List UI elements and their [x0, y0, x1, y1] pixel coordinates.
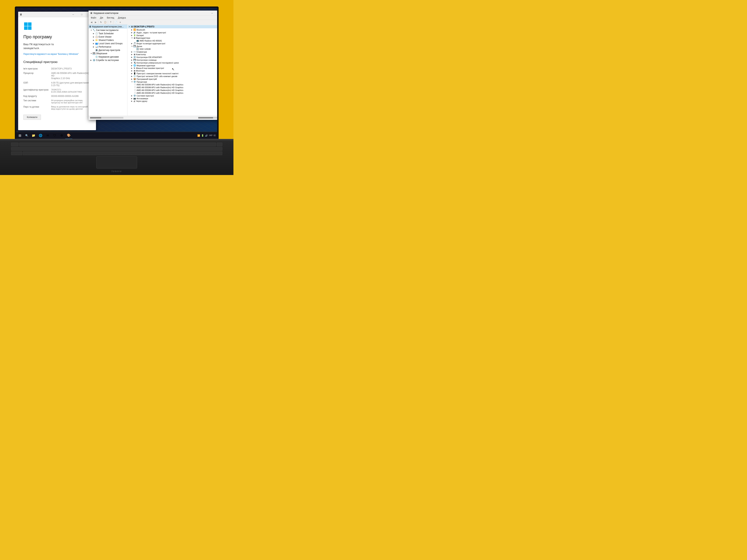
device-cpu3[interactable]: ☐ AMD A8-5550M APU with Radeon(tm) HD Gr… [128, 89, 217, 91]
device-ssd[interactable]: 💽 SSD 120GB [128, 48, 217, 50]
minimize-button[interactable]: ─ [69, 12, 77, 17]
menu-view[interactable]: Вигляд [105, 16, 116, 20]
tree-disk-mgmt[interactable]: 💿 Керування дисками [88, 55, 127, 58]
copy-button[interactable]: Копіювати [23, 115, 41, 120]
taskbar-security[interactable]: 🛡 [51, 132, 58, 139]
device-disks[interactable]: ▼ 💾 Диски [128, 45, 217, 48]
mgmt-title-text: Керування комп'ютером [94, 12, 119, 15]
device-cameras[interactable]: ▶ 📷 Фотокамери [128, 97, 217, 100]
device-battery[interactable]: ▶ 🔋 Батареї [128, 34, 217, 37]
device-icon-ssd: 💽 [136, 48, 139, 50]
tree-pane[interactable]: 🖥 Керування комп'ютером (лок... ▼ 🔧 Сист… [88, 25, 127, 116]
device-network[interactable]: ▶ 🌐 Мережеві адаптери [128, 64, 217, 67]
device-ide[interactable]: ▶ ⚙️ Контролери IDE ATA/ATAPI [128, 56, 217, 58]
tree-shared-folders[interactable]: ▶ 📁 Shared Folders [88, 38, 127, 42]
windows-security-link[interactable]: Переглянути відомості на екрані "Безпека… [23, 52, 91, 56]
toolbar-help-btn[interactable]: ? [108, 20, 113, 24]
device-usb[interactable]: ▶ 🔌 Контролери універсальної послідовної… [128, 61, 217, 64]
search-button[interactable]: 🔍 [23, 132, 30, 139]
device-label-mon: Монітори [136, 70, 145, 72]
device-icon-sw: 📦 [133, 78, 136, 80]
device-expand-audio: ▶ [131, 32, 133, 33]
device-cpu1[interactable]: ☐ AMD A8-5550M APU with Radeon(tm) HD Gr… [128, 83, 217, 86]
device-memory-tech[interactable]: ▶ 📱 Пристрої з використанням технології … [128, 72, 217, 75]
screen-bezel: 🖥 ─ □ ✕ [15, 6, 218, 139]
tree-task-scheduler[interactable]: ▶ 🕐 Task Scheduler [88, 32, 127, 35]
menu-action[interactable]: Дія [98, 16, 105, 20]
device-label-amd: AMD Radeon HD 8550G [139, 39, 162, 42]
toolbar-properties-btn[interactable]: 📋 [103, 20, 107, 24]
device-system-devices[interactable]: ▶ ⚙️ Системні пристрої [128, 94, 217, 97]
toolbar-forward-btn[interactable]: ▶ [94, 20, 98, 24]
svg-rect-1 [28, 22, 31, 26]
device-software[interactable]: ▶ 📦 Програмний пристрій [128, 78, 217, 80]
tree-expand-perf: ▶ [93, 46, 95, 48]
tree-event-viewer[interactable]: ▶ 📋 Event Viewer [88, 35, 127, 38]
device-label-disp: Відеоадаптери [136, 37, 150, 39]
device-amd-radeon[interactable]: 📺 AMD Radeon HD 8550G [128, 39, 217, 42]
tree-storage[interactable]: ▼ 💾 Зберігання [88, 52, 127, 55]
tree-root-label: Керування комп'ютером (лок... [92, 25, 124, 28]
windows-desktop: 🖥 ─ □ ✕ [16, 8, 217, 132]
device-cpu4[interactable]: ☐ AMD A8-5550M APU with Radeon(tm) HD Gr… [128, 91, 217, 94]
trackpad[interactable] [96, 157, 137, 168]
mgmt-maximize-button[interactable]: □ [216, 10, 217, 16]
tree-system-tools[interactable]: ▼ 🔧 Системні інструменти [88, 28, 127, 32]
toolbar-back-btn[interactable]: ◀ [89, 20, 93, 24]
taskbar-mail[interactable]: ✉ [44, 132, 51, 139]
tree-services[interactable]: ▶ ⚙️ Служби та застосунки [88, 58, 127, 62]
device-mouse[interactable]: ▶ 🖱 Миша й інші вказівні пристрої [128, 67, 217, 70]
device-icon-mon: 🖥 [133, 70, 135, 72]
device-audio-io[interactable]: ▶ 🎵 Вхідні та вихідні аудіопристрої [128, 42, 217, 45]
device-audio[interactable]: ▶ 🔊 Аудіо-, відео- та ігрові пристрої [128, 31, 217, 34]
menu-help[interactable]: Довідка [116, 16, 128, 20]
device-expand-disks: ▼ [131, 45, 133, 47]
device-icon-ide: ⚙️ [133, 56, 136, 58]
device-monitors[interactable]: ▶ 🖥 Монітори [128, 70, 217, 72]
device-storage-ctrl[interactable]: ▶ 💾 Контролери сховища [128, 58, 217, 61]
device-label-batt: Батареї [136, 34, 144, 36]
device-icon-amd: 📺 [136, 39, 139, 42]
tree-label-svc: Служби та застосунки [96, 59, 119, 61]
tray-language[interactable]: УКР [209, 134, 212, 136]
taskbar-file-explorer[interactable]: 📁 [30, 132, 37, 139]
device-expand-net: ▶ [131, 64, 133, 66]
toolbar-btn4[interactable]: 📄 [114, 20, 118, 24]
device-icon-print: 🖨 [133, 100, 135, 102]
device-root[interactable]: ▼ 🖥 DESKTOP-L7FE6T3 [128, 25, 217, 28]
tree-device-manager[interactable]: 💻 Диспетчер пристроїв [88, 49, 127, 52]
taskbar-settings[interactable]: ⚙ [58, 132, 65, 139]
toolbar-btn5[interactable]: ≡ [118, 20, 122, 24]
device-expand-audioio: ▶ [131, 43, 133, 45]
about-title-icon: 🖥 [20, 13, 22, 16]
device-display-adapters[interactable]: ▼ 🖥 Відеоадаптери [128, 37, 217, 39]
device-expand-kb: ▶ [131, 51, 133, 53]
system-tray: 📶 🔋 🔊 УКР 02 [197, 134, 217, 137]
taskbar-browser[interactable]: 🌐 [37, 132, 44, 139]
tree-performance[interactable]: ▶ 📊 Performance [88, 45, 127, 49]
maximize-button[interactable]: □ [77, 12, 86, 17]
device-bluetooth[interactable]: ▶ 📶 Bluetooth [128, 28, 217, 31]
tray-battery-icon: 🔋 [201, 134, 204, 137]
device-label-usb: Контролери універсальної послідовної шин… [136, 62, 179, 64]
tree-expand-icon: ▼ [91, 29, 93, 31]
mgmt-minimize-button[interactable]: ─ [208, 10, 216, 16]
taskbar-active-app[interactable]: 🎨 [65, 132, 72, 139]
device-icon-proc: ⚙️ [133, 81, 136, 83]
menu-file[interactable]: Файл [89, 16, 98, 20]
device-icon-cpu2: ☐ [134, 86, 136, 88]
device-processors[interactable]: ▼ ⚙️ Процесори [128, 80, 217, 83]
toolbar-refresh-btn[interactable]: ↻ [99, 20, 103, 24]
tray-network-icon: 📶 [197, 134, 200, 137]
tree-root[interactable]: 🖥 Керування комп'ютером (лок... [88, 25, 127, 28]
device-keyboards[interactable]: ▶ ⌨️ Клавіатури [128, 50, 217, 53]
tree-local-users[interactable]: ▶ 👥 Local Users and Groups [88, 42, 127, 45]
right-pane[interactable]: ▼ 🖥 DESKTOP-L7FE6T3 ▶ 📶 Bluetooth ▶ 🔊 [127, 25, 217, 116]
device-printers[interactable]: ▶ 🖨 Черги друку [128, 100, 217, 102]
device-cpu2[interactable]: ☐ AMD A8-5550M APU with Radeon(tm) HD Gr… [128, 86, 217, 89]
device-dvd[interactable]: ▶ 💿 Пристрої читання DVD- або компакт-ди… [128, 75, 217, 78]
start-button[interactable]: ⊞ [16, 132, 23, 139]
device-computer[interactable]: ▶ 🖥 Комп'ютер [128, 53, 217, 56]
device-label-proc: Процесори [136, 81, 147, 83]
device-expand-sw: ▶ [131, 78, 133, 80]
